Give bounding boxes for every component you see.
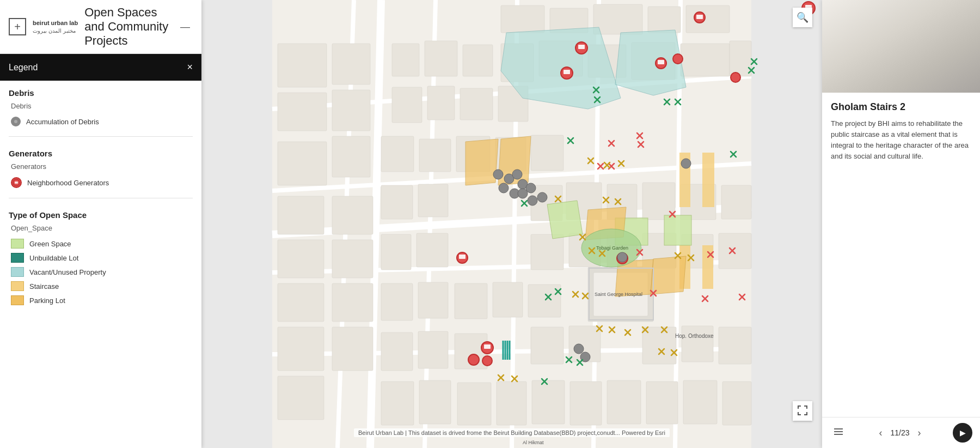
play-button[interactable]: ▶: [953, 423, 972, 443]
svg-rect-80: [682, 326, 713, 362]
legend-section-generators: Generators Generators Neighborhood Gener…: [0, 141, 201, 193]
svg-rect-52: [419, 139, 451, 172]
add-button[interactable]: +: [9, 18, 26, 35]
svg-point-139: [512, 169, 522, 179]
svg-point-127: [731, 72, 740, 82]
svg-rect-37: [427, 86, 455, 120]
list-view-button[interactable]: [830, 424, 847, 441]
svg-point-263: [917, 31, 923, 40]
right-footer: ‹ 11/23 › ▶: [822, 417, 980, 448]
map-fullscreen-button[interactable]: [793, 401, 812, 421]
svg-rect-81: [719, 327, 751, 364]
svg-rect-254: [860, 55, 953, 68]
svg-rect-250: [822, 0, 980, 93]
svg-text:Al Hikmat: Al Hikmat: [523, 440, 544, 445]
svg-rect-251: [822, 11, 855, 93]
svg-rect-72: [381, 283, 413, 320]
map-area[interactable]: Tobagi Garden Saint George Hospital Hop.…: [201, 0, 822, 448]
svg-rect-258: [882, 22, 953, 31]
svg-rect-259: [936, 33, 975, 93]
svg-rect-34: [425, 41, 457, 76]
debris-icon: [11, 117, 21, 126]
generator-icon: [11, 177, 22, 188]
list-item: Green Space: [9, 237, 193, 251]
parking-lot-swatch: [11, 295, 24, 305]
svg-rect-92: [646, 382, 678, 424]
svg-rect-255: [866, 45, 953, 57]
prev-button[interactable]: ‹: [879, 427, 883, 439]
svg-rect-85: [381, 382, 414, 425]
svg-text:Tobagi Garden: Tobagi Garden: [596, 245, 628, 251]
debris-section-title: Debris: [9, 88, 193, 98]
svg-rect-257: [877, 28, 953, 38]
svg-point-135: [482, 356, 492, 366]
svg-rect-29: [278, 142, 327, 185]
svg-line-266: [923, 44, 926, 48]
svg-point-144: [528, 196, 537, 205]
svg-text:Hop. Orthodoxe: Hop. Orthodoxe: [675, 333, 714, 339]
svg-rect-71: [719, 233, 751, 269]
svg-rect-83: [418, 331, 448, 368]
legend-section-debris: Debris Debris Accumulation of Debris: [0, 81, 201, 132]
svg-rect-73: [418, 282, 448, 318]
list-item: Vacant/Unused Property: [9, 265, 193, 279]
item-description: The project by BHI aims to rehabilitate …: [831, 118, 971, 162]
svg-rect-56: [381, 185, 413, 219]
open-space-sub-title: Open_Space: [9, 224, 193, 232]
generators-section-title: Generators: [9, 149, 193, 158]
svg-rect-88: [497, 382, 526, 425]
next-icon: ›: [918, 427, 921, 439]
logo-area: beirut urban lab مختبر المدن بيروت: [33, 19, 78, 34]
svg-point-126: [673, 54, 683, 64]
svg-rect-75: [493, 282, 523, 317]
logo-text: beirut urban lab: [33, 19, 78, 27]
svg-rect-30: [332, 44, 370, 84]
svg-rect-103: [664, 215, 691, 245]
svg-rect-33: [392, 44, 419, 76]
svg-rect-123: [564, 70, 570, 74]
right-content: Gholam Stairs 2 The project by BHI aims …: [822, 93, 980, 417]
svg-point-261: [942, 13, 964, 29]
collapse-button[interactable]: —: [177, 19, 193, 34]
svg-rect-27: [278, 44, 327, 87]
right-panel: Gholam Stairs 2 The project by BHI aims …: [822, 0, 980, 448]
list-item: Neighborhood Generators: [9, 175, 193, 190]
svg-point-148: [574, 344, 584, 354]
svg-rect-64: [381, 234, 411, 270]
svg-point-134: [468, 354, 479, 365]
svg-rect-48: [332, 240, 373, 278]
svg-rect-49: [332, 283, 373, 322]
svg-rect-26: [730, 41, 751, 76]
svg-marker-101: [547, 201, 583, 239]
svg-rect-57: [418, 184, 448, 217]
legend-header: Legend ×: [0, 54, 201, 81]
legend-close-button[interactable]: ×: [187, 62, 193, 73]
svg-rect-35: [463, 45, 493, 76]
svg-rect-256: [871, 36, 953, 47]
next-button[interactable]: ›: [918, 427, 921, 439]
page-title: Open Spaces and Community Projects: [84, 5, 171, 48]
svg-rect-90: [570, 382, 602, 425]
map-attribution: Beirut Urban Lab | This dataset is drive…: [354, 428, 670, 437]
item-counter: 11/23: [888, 428, 912, 437]
legend-panel: Legend × Debris Debris Accumulation of D…: [0, 54, 201, 448]
svg-rect-36: [392, 87, 422, 123]
svg-rect-91: [607, 380, 641, 424]
svg-rect-18: [593, 4, 642, 34]
svg-rect-42: [278, 196, 324, 234]
divider-1: [9, 136, 193, 137]
svg-rect-264: [917, 40, 923, 51]
item-photo: [822, 0, 980, 93]
svg-point-145: [537, 192, 547, 202]
map-search-button[interactable]: 🔍: [793, 8, 812, 27]
item-title: Gholam Stairs 2: [831, 101, 971, 113]
svg-rect-125: [658, 60, 664, 64]
svg-rect-63: [721, 185, 751, 219]
list-item: Staircase: [9, 279, 193, 293]
search-icon: 🔍: [797, 11, 808, 23]
list-item: Parking Lot: [9, 293, 193, 307]
svg-rect-121: [578, 45, 585, 49]
svg-rect-45: [278, 327, 324, 371]
svg-point-147: [681, 159, 691, 168]
logo-arabic: مختبر المدن بيروت: [33, 27, 76, 34]
